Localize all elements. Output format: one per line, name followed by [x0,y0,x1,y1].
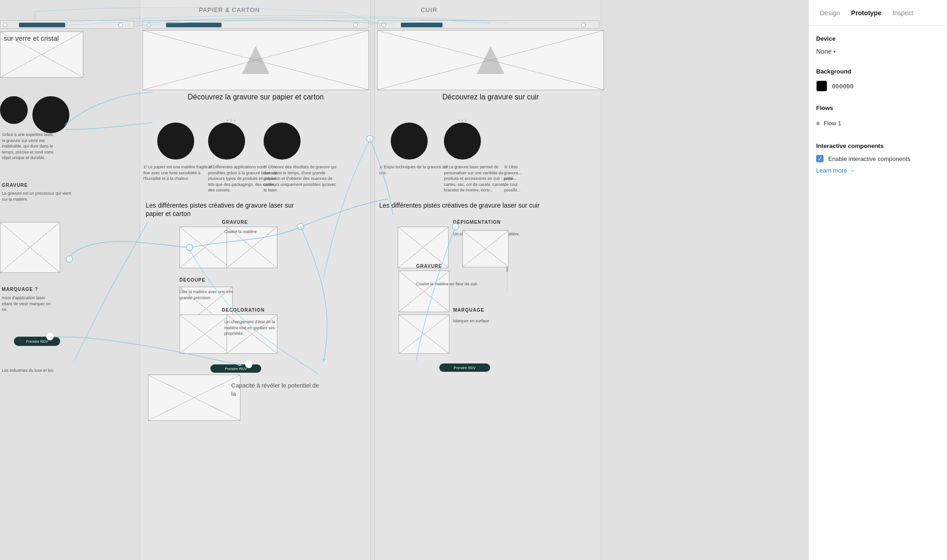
left-category-desc: La gravure est un processus qui vientsur… [2,191,94,202]
cuir-btn[interactable]: Prendre RDV [439,363,490,372]
panel-tabs: Design Prototype Inspect [809,0,947,26]
device-section: Device None ▾ [816,35,940,55]
hero-cuir [377,30,604,90]
papier-gravure-img1 [179,227,230,268]
cuir-circle-2 [444,123,481,160]
left-category: GRAVURE [2,183,28,188]
interactive-section-label: Interactive components [816,142,940,149]
left-marquage: MARQUAGE ? [2,287,38,292]
papier-btn[interactable]: Prendre RDV [210,364,261,373]
flows-section: Flows Flow 1 [816,105,940,129]
cuir-label: CUIR [421,6,437,13]
learn-more-arrow: → [849,167,855,174]
dots-cuir: ... [458,114,468,123]
panel-content: Device None ▾ Background 000000 Flows Fl… [809,26,947,560]
papier-gravure-sub: Ciseler la matière [224,229,280,235]
cuir-depig-cat: DÉPIGMENTATION [453,220,501,225]
flow-item-1: Flow 1 [816,117,940,129]
papier-circle-2 [208,123,245,160]
cuir-section-title: Les différentes pistes créatives de grav… [379,201,541,209]
cuir-gravure-img1 [399,271,449,312]
tab-inspect[interactable]: Inspect [889,6,917,19]
cuir-text3: 3/ Obtegravure...prési...de coulpossibl.… [504,164,560,193]
flow-dot [816,122,820,125]
cuir-marquage-cat: MARQUAGE [453,308,484,313]
device-section-label: Device [816,35,940,42]
interactive-row: Enable interactive components [816,155,940,162]
background-color-swatch[interactable] [816,80,827,92]
device-value: None [816,48,831,55]
enable-interactive-checkbox[interactable] [816,155,824,162]
papier-decoloration-img1 [179,314,230,354]
learn-more-link[interactable]: Learn more → [816,167,940,174]
left-circle-2 [32,96,69,133]
chevron-down-icon: ▾ [833,49,836,54]
papier-section-title: Les différentes pistes créatives de grav… [146,201,312,218]
papier-bottom-heading: Capacité à révéler le potentiel de la [231,382,324,398]
cuir-text1: 1/ Enjou techniques de la gravure surcui… [379,164,453,176]
cuir-gravure-cat: GRAVURE [416,264,442,269]
tab-design[interactable]: Design [816,6,844,19]
nav-bar-cuir [377,20,599,29]
hero-papier [142,30,369,90]
nav-bar-papier [142,20,369,29]
background-row: 000000 [816,80,940,92]
flow-name-1: Flow 1 [824,120,841,127]
cuir-circle-1 [391,123,428,160]
background-color-value: 000000 [832,83,854,90]
papier-heading: Découvrez la gravure sur papier et carto… [142,92,369,102]
left-circle-1 [0,96,28,124]
bottom-left-text: Les industries du luxe et les [2,368,104,374]
papier-btn-circle [245,361,252,368]
papier-text1: 1/ Le papier est une matière fragile etf… [143,164,213,182]
papier-decoloration-cat: DECOLORATION [222,308,264,313]
papier-decoloration-sub: Un changement d'état de la matière tout … [224,319,289,337]
cuir-marquage-img [399,314,449,354]
papier-circle-1 [157,123,194,160]
flows-section-label: Flows [816,105,940,111]
papier-label: PAPIER & CARTON [199,6,260,13]
dots-papier: ... [227,114,237,123]
left-small-image [0,222,60,273]
interactive-section: Interactive components Enable interactiv… [816,142,940,174]
learn-more-text: Learn more [816,167,847,174]
right-panel: Design Prototype Inspect Device None ▾ B… [808,0,947,560]
nav-bar-left [0,20,134,29]
tab-prototype[interactable]: Prototype [848,6,885,19]
cuir-marquage-sub: Marquer en surface [453,318,513,324]
papier-decoupe-sub: Ôter la matière avec une très grande pré… [179,289,244,301]
cuir-depig-img [398,227,449,268]
canvas-area: PAPIER & CARTON CUIR sur verre et crista… [0,0,808,560]
device-selector[interactable]: None ▾ [816,48,940,55]
svg-point-1 [66,256,73,262]
papier-text3: 3/ Obtenez des résultats de gravure quid… [264,164,361,193]
background-section: Background 000000 [816,68,940,92]
left-marquage-desc: nous d'application laserettant de venir … [2,295,104,313]
left-btn-circle [46,333,54,340]
background-section-label: Background [816,68,940,75]
papier-gravure-cat: GRAVURE [222,220,248,225]
papier-circle-3 [264,123,301,160]
cuir-gravure-img2 [462,230,509,267]
papier-decoupe-cat: DECOUPE [179,277,205,283]
left-text-block1: Grâce à une expertise laser,la gravure s… [2,132,94,161]
cuir-gravure-sub: Ciseler la matière en fleur de cuir. [416,281,495,287]
papier-bottom-img [148,375,240,421]
left-heading: sur verre et cristal [4,33,59,43]
enable-interactive-label: Enable interactive components [828,155,910,162]
cuir-heading: Découvrez la gravure sur cuir [377,92,604,102]
